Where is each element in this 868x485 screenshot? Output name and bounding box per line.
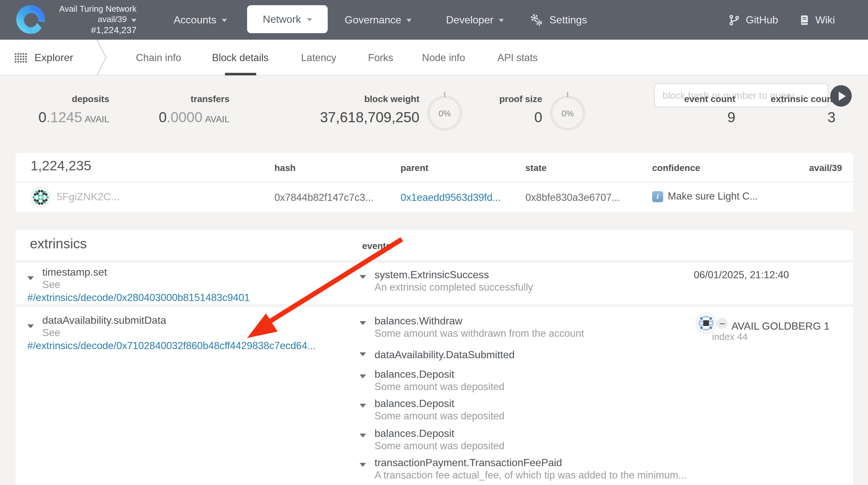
stat-transfers: transfers 0.0000AVAIL	[159, 94, 229, 128]
tab-chain-info[interactable]: Chain info	[136, 40, 181, 75]
stat-event-count: event count 9	[684, 94, 735, 126]
github-link[interactable]: GitHub	[728, 0, 778, 40]
stat-value: 3	[771, 109, 836, 126]
menu-developer[interactable]: Developer	[446, 0, 504, 40]
block-author-identicon	[31, 187, 51, 207]
proof-size-gauge: 0%	[550, 96, 585, 131]
block-table-header: 1,224,235 hash parent state confidence a…	[16, 153, 853, 181]
stat-label: deposits	[38, 94, 109, 105]
event-description: Some amount was deposited	[374, 380, 504, 393]
stat-value-frac: .0000	[167, 109, 203, 125]
block-parent-link[interactable]: 0x1eaedd9563d39fd...	[401, 192, 501, 204]
menu-accounts[interactable]: Accounts	[174, 0, 227, 40]
menu-network-label: Network	[263, 13, 301, 25]
menu-network-active[interactable]: Network	[247, 5, 328, 33]
extrinsic-decode-link[interactable]: #/extrinsics/decode/0x280403000b8151483c…	[27, 292, 250, 304]
section-tabbar: Explorer Chain info Block details Latenc…	[0, 40, 868, 75]
block-hash-value: 0x7844b82f147c7c3...	[274, 192, 374, 204]
git-branch-icon	[728, 13, 741, 26]
block-state-value: 0x8bfe830a3e6707...	[525, 192, 620, 204]
event-item: system.ExtrinsicSuccess An extrinsic com…	[360, 269, 533, 293]
block-weight-gauge: 0%	[427, 96, 462, 131]
expand-caret-icon[interactable]	[360, 352, 366, 356]
chain-selector[interactable]: avail/39	[38, 14, 136, 25]
chevron-down-icon	[222, 19, 227, 22]
sidebar-item-explorer[interactable]: Explorer	[14, 40, 73, 75]
stat-value-int: 0	[38, 109, 46, 125]
wiki-link[interactable]: Wiki	[799, 0, 835, 40]
play-icon	[839, 91, 846, 100]
extrinsic-decode-link[interactable]: #/extrinsics/decode/0x7102840032f860b48c…	[27, 340, 316, 352]
gauge-percent: 0%	[561, 108, 574, 118]
tab-block-details[interactable]: Block details	[212, 40, 269, 75]
github-label: GitHub	[746, 14, 778, 26]
confidence-cell[interactable]: Make sure Light C...	[652, 190, 758, 202]
extrinsics-table-header: extrinsics events	[16, 230, 853, 260]
confidence-text: Make sure Light C...	[668, 190, 758, 202]
stat-proof-size: proof size 0	[499, 94, 542, 126]
column-header-state: state	[525, 162, 547, 173]
tab-label: Latency	[301, 52, 337, 63]
gauge-percent: 0%	[439, 108, 451, 118]
expand-caret-icon[interactable]	[27, 325, 34, 328]
column-header-confidence: confidence	[652, 162, 700, 173]
extrinsic-method-block: timestamp.set See	[42, 266, 107, 291]
stat-value-int: 0	[159, 109, 167, 125]
menu-developer-label: Developer	[446, 14, 494, 26]
block-number: 1,224,235	[31, 158, 91, 174]
chevron-down-icon	[406, 19, 411, 22]
expand-caret-icon[interactable]	[27, 276, 34, 280]
event-item: dataAvailability.DataSubmitted	[360, 348, 515, 361]
column-header-parent: parent	[401, 162, 429, 173]
tab-label: Forks	[368, 52, 393, 63]
expand-caret-icon[interactable]	[360, 404, 366, 407]
network-info: Avail Turing Network avail/39 #1,224,237	[38, 3, 136, 36]
event-item: balances.Withdraw Some amount was withdr…	[360, 315, 584, 339]
event-item: balances.Deposit Some amount was deposit…	[360, 397, 504, 422]
extrinsic-row: timestamp.set See #/extrinsics/decode/0x…	[16, 263, 853, 304]
expand-caret-icon[interactable]	[360, 321, 366, 325]
extrinsic-see: See	[42, 326, 166, 339]
extrinsic-see: See	[42, 278, 107, 291]
event-name: transactionPayment.TransactionFeePaid	[374, 456, 687, 469]
event-description: Some amount was withdrawn from the accou…	[374, 327, 584, 339]
event-item: balances.Deposit Some amount was deposit…	[360, 427, 504, 452]
account-name[interactable]: AVAIL GOLDBERG 1	[732, 321, 830, 332]
expand-caret-icon[interactable]	[360, 374, 366, 378]
stat-value: 37,618,709,250	[320, 109, 420, 126]
event-name: balances.Withdraw	[374, 315, 584, 327]
stat-deposits: deposits 0.1245AVAIL	[38, 94, 109, 128]
breadcrumb-chevron	[94, 40, 108, 75]
event-name: dataAvailability.DataSubmitted	[374, 348, 515, 361]
account-index: index 44	[712, 332, 748, 342]
tab-forks[interactable]: Forks	[368, 40, 393, 75]
grid-dots-icon	[14, 52, 27, 63]
menu-settings[interactable]: Settings	[529, 0, 587, 40]
info-icon	[652, 191, 663, 202]
stat-unit: AVAIL	[205, 114, 229, 124]
network-name: Avail Turing Network	[38, 3, 136, 14]
event-name: balances.Deposit	[374, 427, 504, 439]
explorer-label: Explorer	[34, 52, 73, 63]
event-description: Some amount was deposited	[374, 410, 504, 422]
menu-accounts-label: Accounts	[174, 14, 217, 26]
chevron-down-icon	[499, 19, 504, 22]
event-name: system.ExtrinsicSuccess	[374, 269, 533, 281]
tab-api-stats[interactable]: API stats	[497, 40, 538, 75]
wiki-label: Wiki	[815, 14, 835, 26]
extrinsic-method: timestamp.set	[42, 266, 107, 278]
extrinsic-row: dataAvailability.submitData See #/extrin…	[16, 307, 853, 485]
event-description: Some amount was deposited	[374, 439, 504, 452]
chevron-down-icon	[131, 19, 136, 22]
tab-latency[interactable]: Latency	[301, 40, 337, 75]
expand-caret-icon[interactable]	[360, 463, 366, 467]
tab-label: API stats	[497, 52, 538, 63]
menu-governance[interactable]: Governance	[345, 0, 411, 40]
best-block-number: #1,224,237	[38, 25, 136, 36]
tab-node-info[interactable]: Node info	[422, 40, 465, 75]
block-author-address[interactable]: 5FgiZNK2C...	[57, 191, 120, 203]
expand-caret-icon[interactable]	[360, 434, 366, 437]
extrinsic-method: dataAvailability.submitData	[42, 314, 166, 326]
expand-caret-icon[interactable]	[360, 275, 366, 279]
block-timestamp: 06/01/2025, 21:12:40	[694, 269, 789, 281]
